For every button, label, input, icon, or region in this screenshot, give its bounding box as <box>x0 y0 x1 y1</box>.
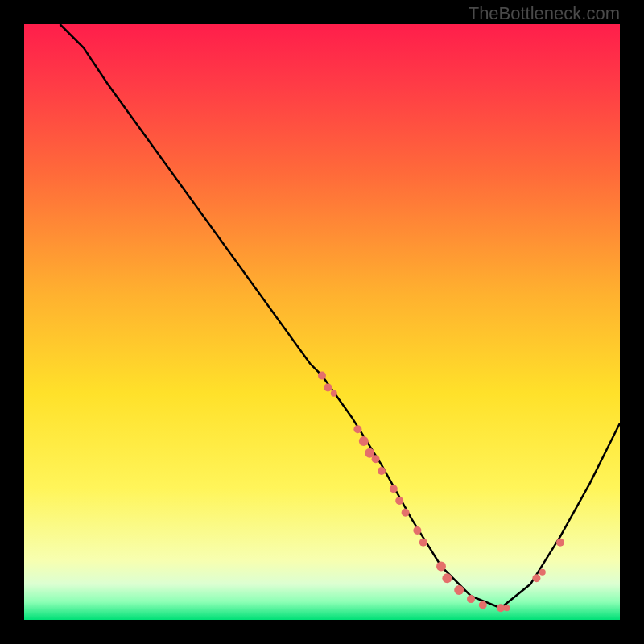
data-dot <box>556 539 564 547</box>
data-dot <box>454 585 464 595</box>
data-dot <box>479 601 487 609</box>
data-dot <box>390 485 398 493</box>
data-dot <box>539 569 546 576</box>
data-dot <box>436 561 446 571</box>
data-dot <box>419 539 427 547</box>
plot-area <box>24 24 620 620</box>
data-dot <box>395 497 403 505</box>
chart-container: TheBottleneck.com <box>0 0 644 644</box>
data-dot <box>353 425 361 433</box>
data-dot <box>532 574 540 582</box>
data-dot <box>467 595 475 603</box>
data-dot <box>413 526 421 535</box>
data-dot <box>378 467 386 475</box>
watermark-text: TheBottleneck.com <box>469 3 620 24</box>
data-dot <box>372 455 380 463</box>
main-curve <box>60 24 620 608</box>
data-dot <box>324 383 332 391</box>
data-dot <box>331 390 337 397</box>
scatter-dots <box>318 372 564 613</box>
data-dot <box>359 436 369 446</box>
data-dot <box>442 573 452 583</box>
data-dot <box>402 509 410 517</box>
data-dot <box>318 372 326 380</box>
data-dot <box>503 605 510 611</box>
chart-svg <box>24 24 620 620</box>
